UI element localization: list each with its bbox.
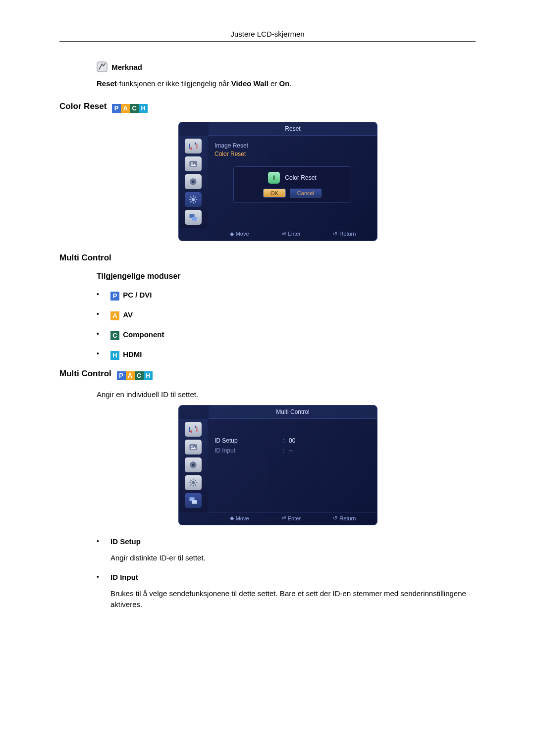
osd-reset-screenshot: Reset Image Reset Color Reset i Color R (178, 122, 377, 241)
osd-side-icon-sound (185, 457, 202, 472)
osd-side-icon-setup (185, 192, 202, 207)
osd-row-id-setup: ID Setup : 00 (214, 436, 370, 446)
svg-line-28 (195, 480, 196, 481)
id-setup-desc: Angir distinkte ID-er til settet. (110, 553, 476, 564)
osd-footer: ◆ Move ⏎ Enter ↺ Return (209, 228, 377, 241)
osd-side-icon-setup (185, 475, 202, 490)
multi-control-intro: Angir en individuell ID til settet. (97, 389, 476, 401)
svg-line-10 (190, 197, 192, 198)
section-color-reset-heading: Color Reset PACH (59, 101, 476, 113)
badge-p: P (117, 371, 126, 380)
svg-line-11 (195, 201, 196, 202)
osd-footer-return: ↺ Return (333, 515, 356, 521)
osd-ok-button: OK (263, 189, 286, 198)
osd-footer-enter: ⏎ Enter (281, 515, 301, 521)
badge-h: H (139, 104, 148, 113)
section-multi-control2-heading: Multi Control PACH (59, 369, 476, 380)
osd-row-id-input: ID Input : -- (214, 446, 370, 455)
svg-line-25 (190, 480, 192, 481)
osd-side-icon-input (185, 139, 202, 153)
osd-cancel-button: Cancel (290, 189, 321, 198)
mode-item-component: C Component (97, 329, 476, 340)
osd-dialog-label: Color Reset (285, 174, 316, 181)
note-bold-reset: Reset (97, 79, 117, 88)
osd-side-icon-sound (185, 174, 202, 189)
svg-line-27 (190, 484, 192, 486)
note-icon (97, 61, 107, 72)
info-icon: i (268, 172, 280, 184)
osd-title: Reset (209, 122, 377, 136)
osd-sidebar (179, 419, 208, 512)
note-block: Merknad (97, 61, 476, 72)
pach-badges: PACH (112, 103, 148, 113)
modes-heading: Tilgjengelige moduser (97, 272, 476, 281)
id-setup-item: •ID Setup Angir distinkte ID-er til sett… (97, 537, 476, 564)
osd-side-icon-picture (185, 440, 202, 454)
id-input-label: ID Input (110, 573, 138, 581)
badge-c-icon: C (110, 331, 119, 340)
modes-list: P PC / DVI A AV C Component H HDMI (97, 290, 476, 360)
osd-multicontrol-screenshot: Multi Control ID Setup : 00 ID (178, 405, 377, 525)
badge-c: C (135, 371, 144, 380)
id-input-desc: Brukes til å velge sendefunksjonene til … (110, 588, 476, 610)
osd-confirm-dialog: i Color Reset OK Cancel (233, 166, 351, 203)
badge-p: P (112, 104, 121, 113)
osd-footer-enter: ⏎ Enter (281, 231, 301, 237)
badge-c: C (130, 104, 139, 113)
osd-side-icon-picture (185, 156, 202, 171)
svg-line-26 (195, 484, 196, 486)
osd-footer-move: ◆ Move (230, 231, 249, 237)
badge-a: A (121, 104, 130, 113)
osd-side-icon-multi (185, 493, 202, 508)
badge-p-icon: P (110, 292, 119, 301)
svg-rect-30 (192, 500, 197, 504)
osd-side-icon-input (185, 422, 202, 437)
mode-item-av: A AV (97, 309, 476, 320)
page-title: Justere LCD-skjermen (230, 30, 304, 38)
badge-h: H (144, 371, 153, 380)
id-input-item: •ID Input Brukes til å velge sendefunksj… (97, 573, 476, 610)
id-setup-label: ID Setup (110, 537, 141, 546)
osd-footer-return: ↺ Return (333, 231, 356, 237)
svg-point-19 (192, 464, 195, 466)
osd-menu-image-reset: Image Reset (214, 142, 370, 149)
osd-footer: ◆ Move ⏎ Enter ↺ Return (209, 512, 377, 525)
osd-sidebar (179, 136, 208, 228)
svg-line-13 (195, 197, 196, 198)
note-text: Reset-funksjonen er ikke tilgjengelig nå… (97, 78, 476, 90)
note-bold-videowall: Video Wall (231, 79, 268, 88)
badge-h-icon: H (110, 351, 119, 360)
svg-line-12 (190, 201, 192, 202)
mode-item-pc: P PC / DVI (97, 290, 476, 301)
osd-side-icon-multi (185, 210, 202, 225)
osd-menu-color-reset: Color Reset (214, 151, 370, 157)
page-header: Justere LCD-skjermen (59, 30, 476, 42)
badge-a: A (126, 371, 135, 380)
section-multi-control-heading: Multi Control (59, 253, 476, 263)
svg-rect-15 (192, 217, 197, 221)
osd-footer-move: ◆ Move (230, 515, 249, 521)
svg-point-2 (191, 162, 193, 163)
svg-point-20 (192, 481, 195, 485)
svg-point-17 (191, 446, 193, 447)
badge-a-icon: A (110, 311, 119, 320)
svg-point-4 (192, 180, 195, 183)
svg-point-5 (192, 198, 195, 201)
note-bold-on: On (279, 79, 290, 88)
mode-item-hdmi: H HDMI (97, 349, 476, 360)
pach-badges-2: PACH (117, 370, 153, 380)
osd-title: Multi Control (209, 405, 377, 419)
note-label: Merknad (111, 63, 142, 71)
svg-rect-0 (97, 62, 107, 72)
